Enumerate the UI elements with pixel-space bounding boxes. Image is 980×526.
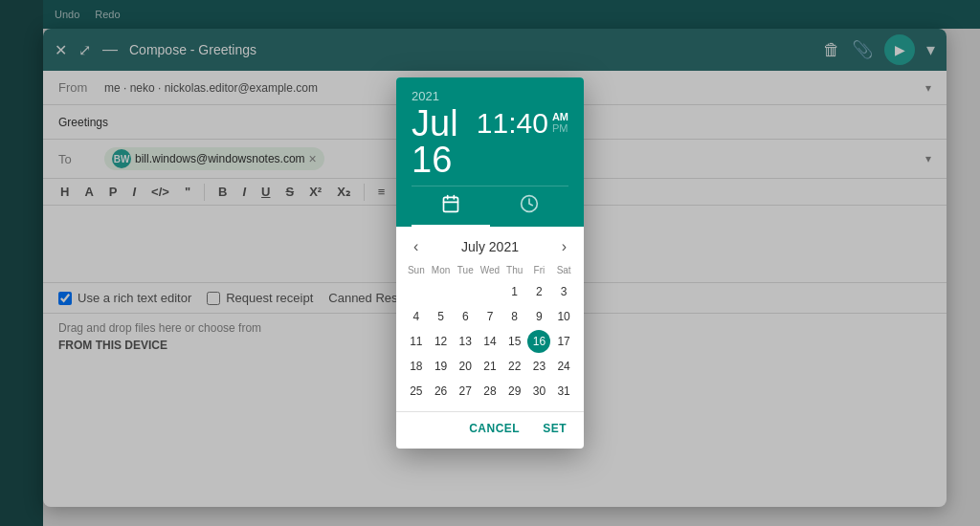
- cal-day-9[interactable]: 9: [527, 305, 550, 328]
- cal-day-7[interactable]: 7: [479, 305, 501, 328]
- calendar-tab[interactable]: [412, 186, 490, 227]
- cal-day-2[interactable]: 2: [527, 280, 550, 303]
- cancel-button[interactable]: CANCEL: [459, 416, 529, 441]
- set-button[interactable]: SET: [533, 416, 576, 441]
- weekday-sat: Sat: [551, 263, 576, 277]
- cal-day-31[interactable]: 31: [552, 380, 575, 403]
- prev-month-button[interactable]: ‹: [408, 236, 424, 257]
- picker-header: 2021 Jul 16 11:40 AM PM: [396, 77, 584, 227]
- picker-actions: CANCEL SET: [396, 411, 584, 449]
- cal-day-11[interactable]: 11: [405, 330, 428, 353]
- calendar-weekdays: Sun Mon Tue Wed Thu Fri Sat: [404, 263, 576, 277]
- picker-date-big: Jul 16: [412, 105, 477, 178]
- weekday-thu: Thu: [502, 263, 527, 277]
- cal-day-19[interactable]: 19: [430, 355, 453, 378]
- cal-day-6[interactable]: 6: [454, 305, 477, 328]
- cal-day-empty: [405, 280, 428, 303]
- picker-date-row: Jul 16 11:40 AM PM: [412, 105, 568, 178]
- cal-day-28[interactable]: 28: [479, 380, 501, 403]
- cal-day-13[interactable]: 13: [454, 330, 477, 353]
- cal-day-14[interactable]: 14: [479, 330, 501, 353]
- cal-day-16[interactable]: 16: [527, 330, 550, 353]
- calendar-nav: ‹ July 2021 ›: [404, 230, 576, 263]
- cal-day-27[interactable]: 27: [454, 380, 477, 403]
- picker-am[interactable]: AM: [552, 111, 568, 122]
- picker-pm[interactable]: PM: [552, 122, 568, 134]
- cal-day-5[interactable]: 5: [430, 305, 453, 328]
- next-month-button[interactable]: ›: [556, 236, 572, 257]
- calendar-days: 1 2 3 4 5 6 7 8 9 10 11 12 13 14 15 16 1…: [404, 279, 576, 404]
- cal-day-empty: [479, 280, 501, 303]
- clock-tab[interactable]: [490, 186, 568, 227]
- cal-day-empty: [454, 280, 477, 303]
- cal-day-25[interactable]: 25: [405, 380, 428, 403]
- calendar-month-label: July 2021: [461, 239, 519, 254]
- picker-ampm: AM PM: [552, 111, 568, 134]
- picker-time-wrapper: 11:40 AM PM: [477, 105, 568, 138]
- cal-day-17[interactable]: 17: [552, 330, 575, 353]
- cal-day-21[interactable]: 21: [479, 355, 501, 378]
- datetime-picker: 2021 Jul 16 11:40 AM PM: [396, 77, 584, 449]
- weekday-fri: Fri: [527, 263, 552, 277]
- cal-day-26[interactable]: 26: [430, 380, 453, 403]
- cal-day-empty: [430, 280, 453, 303]
- picker-tabs: [412, 186, 568, 227]
- cal-day-20[interactable]: 20: [454, 355, 477, 378]
- cal-day-3[interactable]: 3: [552, 280, 575, 303]
- cal-day-18[interactable]: 18: [405, 355, 428, 378]
- weekday-sun: Sun: [404, 263, 429, 277]
- cal-day-29[interactable]: 29: [503, 380, 526, 403]
- cal-day-1[interactable]: 1: [503, 280, 526, 303]
- picker-year: 2021: [412, 89, 568, 103]
- cal-day-10[interactable]: 10: [552, 305, 575, 328]
- weekday-wed: Wed: [478, 263, 502, 277]
- cal-day-12[interactable]: 12: [430, 330, 453, 353]
- cal-day-24[interactable]: 24: [552, 355, 575, 378]
- cal-day-22[interactable]: 22: [503, 355, 526, 378]
- svg-rect-0: [444, 197, 458, 211]
- cal-day-4[interactable]: 4: [405, 305, 428, 328]
- weekday-mon: Mon: [429, 263, 454, 277]
- cal-day-30[interactable]: 30: [527, 380, 550, 403]
- picker-time-big: 11:40: [477, 109, 548, 138]
- cal-day-8[interactable]: 8: [503, 305, 526, 328]
- cal-day-23[interactable]: 23: [527, 355, 550, 378]
- cal-day-15[interactable]: 15: [503, 330, 526, 353]
- calendar-body: ‹ July 2021 › Sun Mon Tue Wed Thu Fri Sa…: [396, 227, 584, 411]
- weekday-tue: Tue: [453, 263, 478, 277]
